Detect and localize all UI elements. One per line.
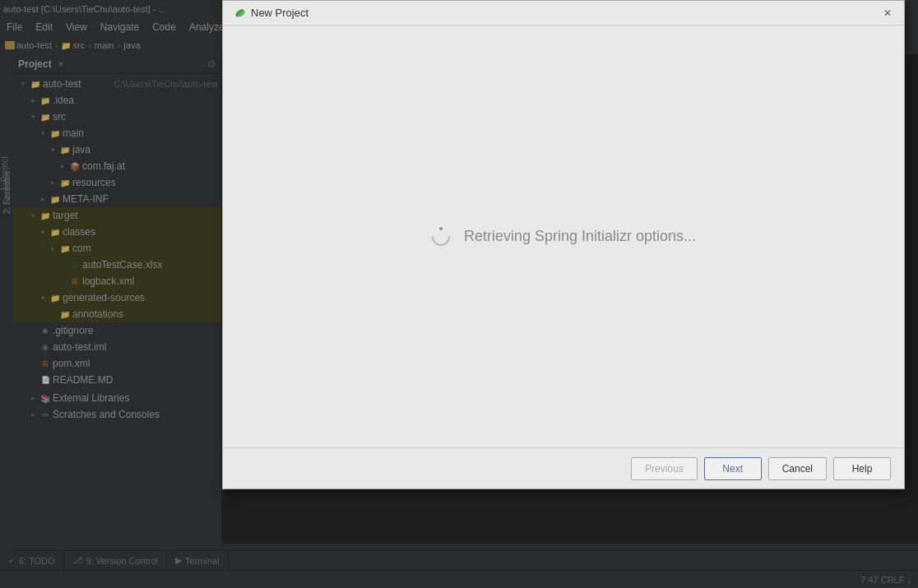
loading-text: Retrieving Spring Initializr options... [464, 228, 696, 245]
dialog-title: New Project [233, 7, 308, 20]
loading-container: Retrieving Spring Initializr options... [431, 227, 696, 247]
svg-point-1 [433, 229, 449, 245]
help-button[interactable]: Help [833, 457, 891, 480]
dialog-close-button[interactable]: ✕ [881, 7, 894, 20]
dialog-overlay: New Project ✕ Retrieving Spring Initiali… [0, 0, 918, 588]
dialog-title-text: New Project [251, 7, 308, 19]
dialog-body: Retrieving Spring Initializr options... [223, 25, 904, 447]
spring-leaf-icon [233, 7, 246, 20]
dialog-footer: Previous Next Cancel Help [223, 447, 904, 488]
cancel-button[interactable]: Cancel [768, 457, 827, 480]
new-project-dialog: New Project ✕ Retrieving Spring Initiali… [222, 0, 905, 489]
svg-point-2 [439, 227, 443, 230]
loading-spinner [431, 227, 451, 247]
previous-button[interactable]: Previous [631, 457, 698, 480]
next-button[interactable]: Next [704, 457, 762, 480]
dialog-title-bar: New Project ✕ [223, 1, 904, 25]
ide-background: auto-test [C:\Users\TieChu\auto-test] - … [0, 0, 918, 588]
svg-point-0 [234, 7, 246, 18]
